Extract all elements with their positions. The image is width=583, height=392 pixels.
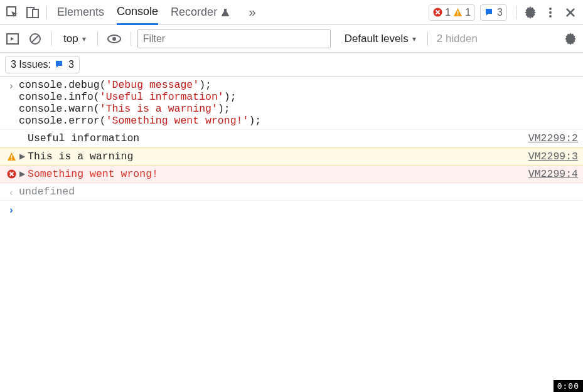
svg-rect-15: [11, 159, 12, 160]
log-row-return: ‹ undefined: [0, 183, 583, 201]
kebab-icon[interactable]: [540, 3, 560, 23]
filter-input[interactable]: [137, 29, 331, 48]
issues-count: 3: [68, 59, 74, 70]
issues-pill[interactable]: 3 Issues: 3: [5, 56, 80, 73]
warning-icon: [453, 8, 463, 17]
svg-point-13: [112, 37, 116, 41]
console-settings-icon[interactable]: [560, 29, 580, 49]
error-icon: [433, 8, 442, 17]
expand-placeholder: [18, 131, 26, 134]
device-icon[interactable]: [23, 3, 43, 23]
separator: [516, 6, 516, 19]
svg-rect-4: [457, 11, 459, 14]
log-message[interactable]: Useful information: [26, 131, 528, 146]
tab-elements[interactable]: Elements: [57, 0, 104, 25]
input-code[interactable]: console.debug('Debug message'); console.…: [18, 78, 578, 128]
expand-icon[interactable]: ▶: [18, 167, 26, 178]
close-icon[interactable]: [560, 3, 580, 23]
svg-point-8: [549, 15, 552, 18]
log-message[interactable]: Something went wrong!: [26, 167, 528, 181]
tab-recorder[interactable]: Recorder: [171, 0, 230, 25]
sidebar-toggle-icon[interactable]: [3, 29, 23, 49]
issue-icon: [484, 8, 495, 18]
log-message[interactable]: This is a warning: [26, 149, 528, 164]
more-tabs-icon[interactable]: »: [242, 3, 262, 23]
svg-line-11: [31, 35, 39, 43]
log-source-link[interactable]: VM2299:4: [528, 167, 578, 180]
tab-console[interactable]: Console: [117, 0, 158, 25]
expand-icon[interactable]: ▶: [18, 149, 26, 161]
issue-count: 3: [497, 7, 503, 18]
issues-bar: 3 Issues: 3: [0, 53, 583, 77]
return-chevron-icon: ‹: [5, 184, 18, 198]
separator: [131, 32, 131, 46]
devtools-topbar: Elements Console Recorder » 1 1 3: [0, 0, 583, 25]
panel-tabs: Elements Console Recorder »: [57, 0, 262, 25]
flask-icon: [221, 8, 230, 17]
separator: [51, 32, 52, 46]
warn-count: 1: [465, 7, 471, 18]
issue-icon: [55, 60, 65, 70]
live-expression-icon[interactable]: [104, 29, 124, 49]
separator: [97, 32, 98, 46]
warning-icon: [5, 149, 18, 161]
tab-recorder-label: Recorder: [171, 6, 217, 19]
svg-rect-5: [457, 14, 459, 16]
svg-point-7: [549, 11, 552, 14]
return-value[interactable]: undefined: [18, 184, 578, 199]
settings-icon[interactable]: [520, 3, 540, 23]
prompt-input[interactable]: [18, 202, 578, 204]
log-row-error: ▶ Something went wrong! VM2299:4: [0, 166, 583, 183]
log-row-info: Useful information VM2299:2: [0, 130, 583, 147]
issues-label: 3 Issues:: [11, 59, 51, 70]
error-icon: [5, 167, 18, 179]
clock-overlay: 0:00: [554, 380, 583, 392]
console-input-row: › console.debug('Debug message'); consol…: [0, 77, 583, 130]
svg-rect-14: [11, 155, 12, 158]
log-source-link[interactable]: VM2299:3: [528, 149, 578, 162]
hidden-count[interactable]: 2 hidden: [437, 33, 478, 45]
svg-rect-2: [33, 9, 38, 18]
prompt-chevron-icon: ›: [5, 202, 18, 216]
clear-console-icon[interactable]: [25, 29, 45, 49]
separator: [427, 32, 428, 46]
issues-badge[interactable]: 3: [480, 4, 507, 21]
context-selector[interactable]: top: [58, 31, 91, 47]
inspect-icon[interactable]: [3, 3, 23, 23]
log-row-warning: ▶ This is a warning VM2299:3: [0, 147, 583, 166]
levels-selector[interactable]: Default levels: [340, 31, 421, 47]
console-toolbar: top Default levels 2 hidden: [0, 25, 583, 53]
separator: [46, 6, 47, 19]
console-prompt-row[interactable]: ›: [0, 201, 583, 217]
error-count: 1: [445, 7, 451, 18]
error-warn-badge[interactable]: 1 1: [429, 4, 475, 21]
log-gutter: [5, 131, 18, 134]
input-chevron-icon: ›: [5, 78, 18, 92]
svg-point-6: [549, 8, 552, 10]
log-source-link[interactable]: VM2299:2: [528, 131, 578, 144]
